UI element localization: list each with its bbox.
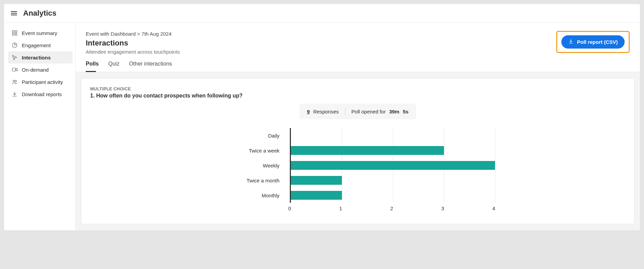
page-title-top: Analytics <box>23 9 56 18</box>
svg-rect-2 <box>12 34 14 35</box>
download-highlight-box: Poll report (CSV) <box>556 31 630 53</box>
people-icon <box>12 79 18 85</box>
sidebar-item-label: On-demand <box>22 67 49 73</box>
page-header-left: Event with Dashboard > 7th Aug 2024 Inte… <box>86 31 180 55</box>
chart-x-axis: 01234 <box>290 203 497 212</box>
chart-x-tick: 0 <box>288 205 291 211</box>
chart-x-tick: 2 <box>390 205 393 211</box>
grid-icon <box>12 30 18 36</box>
page-subtitle: Attendee engagement across touchpoints <box>86 49 180 55</box>
breadcrumb[interactable]: Event with Dashboard > 7th Aug 2024 <box>86 31 180 37</box>
poll-chart: DailyTwice a weekWeeklyTwice a monthMont… <box>218 126 497 212</box>
download-button-label: Poll report (CSV) <box>577 39 618 45</box>
sidebar-item-on-demand[interactable]: On-demand <box>8 64 72 76</box>
body: Event summary Engagement Interactions On… <box>4 23 640 230</box>
main: Event with Dashboard > 7th Aug 2024 Inte… <box>76 23 640 230</box>
topbar: Analytics <box>4 4 640 23</box>
tab-polls[interactable]: Polls <box>86 61 99 72</box>
responses-count[interactable]: 9 <box>307 109 310 114</box>
tabs: Polls Quiz Other interactions <box>76 55 640 72</box>
svg-rect-5 <box>12 68 16 71</box>
sidebar-item-interactions[interactable]: Interactions <box>8 51 72 64</box>
poll-question: 1. How often do you contact prospects wh… <box>90 93 625 99</box>
pie-icon <box>12 42 18 48</box>
svg-rect-1 <box>15 31 17 32</box>
chart-bar-row <box>291 188 497 203</box>
chart-category-label: Daily <box>218 128 290 143</box>
sidebar-item-download-reports[interactable]: Download reports <box>8 88 72 100</box>
opened-minutes: 39m <box>389 109 399 114</box>
pointer-icon <box>12 54 18 60</box>
chart-bar <box>291 176 342 185</box>
svg-rect-0 <box>12 31 14 32</box>
page-header: Event with Dashboard > 7th Aug 2024 Inte… <box>76 23 640 55</box>
download-icon <box>568 39 574 45</box>
sidebar-item-engagement[interactable]: Engagement <box>8 39 72 51</box>
chart-y-labels: DailyTwice a weekWeeklyTwice a monthMont… <box>218 126 290 212</box>
tab-other-interactions[interactable]: Other interactions <box>129 61 172 72</box>
chart-plot: 01234 <box>290 126 497 212</box>
sidebar-item-label: Download reports <box>22 91 62 97</box>
hamburger-menu-icon[interactable] <box>11 11 17 15</box>
poll-type-label: MULTIPLE CHOICE <box>90 87 625 91</box>
chart-category-label: Monthly <box>218 188 290 203</box>
app-root: Analytics Event summary Engagement <box>4 4 640 230</box>
opened-label: Poll opened for <box>351 109 386 114</box>
chart-bar-row <box>291 158 497 173</box>
poll-report-download-button[interactable]: Poll report (CSV) <box>561 35 625 49</box>
chart-plot-area <box>290 128 497 203</box>
chart-bar-row <box>291 173 497 188</box>
video-icon <box>12 67 18 73</box>
content-area: MULTIPLE CHOICE 1. How often do you cont… <box>76 72 640 230</box>
svg-point-6 <box>13 80 15 82</box>
sidebar-item-label: Engagement <box>22 42 51 48</box>
sidebar: Event summary Engagement Interactions On… <box>4 23 76 230</box>
stat-divider <box>345 108 345 115</box>
chart-category-label: Twice a month <box>218 173 290 188</box>
chart-x-tick: 3 <box>441 205 444 211</box>
svg-rect-3 <box>15 34 17 35</box>
chart-x-tick: 1 <box>339 205 342 211</box>
tab-label: Other interactions <box>129 61 172 67</box>
responses-stat: 9 Responses <box>307 109 339 114</box>
tab-label: Polls <box>86 61 99 67</box>
sidebar-item-label: Event summary <box>22 30 57 36</box>
opened-stat: Poll opened for 39m 5s <box>351 109 409 114</box>
chart-category-label: Weekly <box>218 158 290 173</box>
tab-label: Quiz <box>108 61 119 67</box>
sidebar-item-label: Interactions <box>22 55 51 60</box>
responses-label: Responses <box>313 109 339 114</box>
page-title: Interactions <box>86 39 180 48</box>
chart-bar <box>291 191 342 200</box>
chart-bar-row <box>291 128 497 143</box>
chart-category-label: Twice a week <box>218 143 290 158</box>
poll-stats: 9 Responses Poll opened for 39m 5s <box>299 104 416 119</box>
tab-quiz[interactable]: Quiz <box>108 61 119 72</box>
sidebar-item-event-summary[interactable]: Event summary <box>8 27 72 39</box>
chart-bar-row <box>291 143 497 158</box>
sidebar-item-participant-activity[interactable]: Participant activity <box>8 76 72 88</box>
chart-bar <box>291 146 444 155</box>
download-icon <box>12 91 18 97</box>
chart-x-tick: 4 <box>492 205 495 211</box>
svg-point-7 <box>15 80 17 82</box>
poll-card: MULTIPLE CHOICE 1. How often do you cont… <box>81 78 634 224</box>
sidebar-item-label: Participant activity <box>22 79 63 85</box>
opened-seconds: 5s <box>403 109 409 114</box>
chart-bar <box>291 161 495 170</box>
